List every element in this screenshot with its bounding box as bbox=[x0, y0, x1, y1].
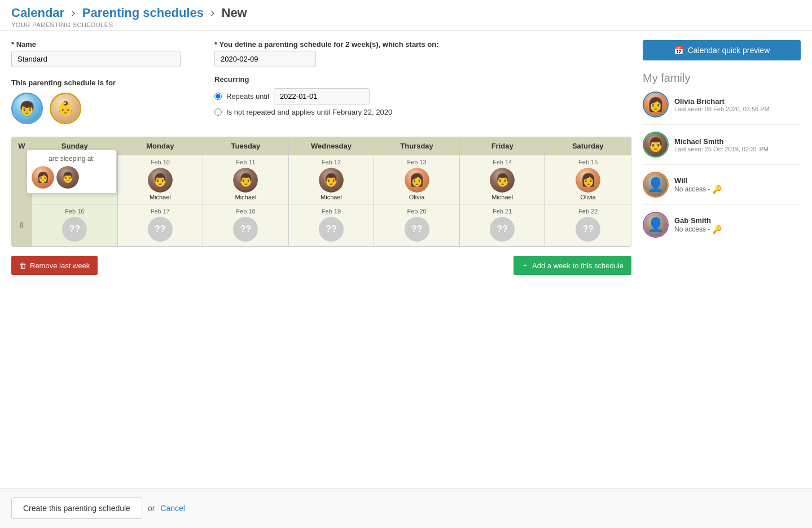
cal-avatar-sat-w2: ?? bbox=[576, 217, 600, 242]
breadcrumb-bar: Calendar › Parenting schedules › New YOU… bbox=[0, 0, 812, 31]
michael-name: Michael Smith bbox=[674, 137, 769, 146]
cal-cell-sat-w1[interactable]: Feb 15 👩 Olivia bbox=[545, 155, 631, 204]
family-member-michael: 👨 Michael Smith Last seen: 25 Oct 2019, … bbox=[643, 132, 801, 165]
will-key-icon: 🔑 bbox=[712, 185, 722, 194]
cal-avatar-sat-w1: 👩 bbox=[576, 168, 600, 193]
cal-header-wednesday: Wednesday bbox=[289, 137, 375, 155]
tooltip-avatars: 👩 👨 bbox=[32, 166, 112, 189]
cal-date-mon-w1: Feb 10 bbox=[120, 159, 201, 165]
tooltip-box: are sleeping at: 👩 👨 bbox=[27, 150, 117, 194]
cal-cell-sun-w2[interactable]: Feb 16 ?? bbox=[32, 204, 118, 246]
repeats-until-date[interactable] bbox=[274, 88, 370, 104]
will-avatar: 👤 bbox=[643, 172, 669, 198]
child2-avatar[interactable]: 👶 bbox=[50, 93, 81, 124]
gab-no-access-text: No access - bbox=[674, 225, 710, 233]
repeats-until-row: Repeats until bbox=[214, 88, 631, 104]
gab-avatar: 👤 bbox=[643, 212, 669, 238]
cal-cell-thu-w1[interactable]: Feb 13 👩 Olivia bbox=[374, 155, 460, 204]
cal-date-mon-w2: Feb 17 bbox=[120, 208, 201, 215]
cal-date-wed-w1: Feb 12 bbox=[291, 159, 372, 165]
cal-cell-mon-w2[interactable]: Feb 17 ?? bbox=[118, 204, 204, 246]
cal-date-fri-w2: Feb 21 bbox=[462, 208, 543, 215]
calendar-preview-button[interactable]: 📅 Calendar quick preview bbox=[643, 40, 801, 60]
olivia-avatar: 👩 bbox=[643, 91, 669, 117]
will-name: Will bbox=[674, 176, 722, 185]
family-section: My family 👩 Olivia Brichart Last seen: 0… bbox=[643, 72, 801, 245]
cal-avatar-tue-w2: ?? bbox=[233, 217, 258, 242]
child1-avatar[interactable]: 👦 bbox=[11, 93, 43, 124]
cal-date-sat-w2: Feb 22 bbox=[547, 208, 629, 215]
sidebar: 📅 Calendar quick preview My family 👩 Oli… bbox=[643, 40, 801, 479]
name-field-group: * Name bbox=[11, 40, 192, 67]
for-label: This parenting schedule is for bbox=[11, 78, 192, 87]
breadcrumb-sep2: › bbox=[210, 6, 214, 20]
calendar-preview-label: Calendar quick preview bbox=[688, 46, 770, 55]
calendar-week1: are sleeping at: 👩 👨 bbox=[12, 155, 631, 204]
michael-avatar: 👨 bbox=[643, 132, 669, 158]
repeats-until-label: Repeats until bbox=[226, 92, 269, 101]
cal-cell-sun-w1[interactable]: are sleeping at: 👩 👨 bbox=[32, 155, 118, 204]
trash-icon: 🗑 bbox=[19, 261, 27, 270]
olivia-name: Olivia Brichart bbox=[674, 97, 770, 106]
start-date-input[interactable] bbox=[214, 51, 316, 67]
name-label: * Name bbox=[11, 40, 192, 49]
gab-no-access: No access - 🔑 bbox=[674, 225, 722, 234]
breadcrumb-parenting[interactable]: Parenting schedules bbox=[82, 6, 204, 20]
calendar-week2: 8 Feb 16 ?? Feb 17 ?? Feb 18 ?? bbox=[12, 204, 631, 246]
cal-cell-mon-w1[interactable]: Feb 10 👨 Michael bbox=[118, 155, 204, 204]
cal-cell-fri-w2[interactable]: Feb 21 ?? bbox=[460, 204, 546, 246]
plus-icon: ＋ bbox=[521, 260, 529, 270]
breadcrumb-calendar[interactable]: Calendar bbox=[11, 6, 64, 20]
cal-date-sat-w1: Feb 15 bbox=[547, 159, 629, 165]
cal-avatar-wed-w1: 👨 bbox=[319, 168, 344, 193]
will-info: Will No access - 🔑 bbox=[674, 176, 722, 194]
cal-avatar-mon-w2: ?? bbox=[148, 217, 173, 242]
schedule-date-group: * You define a parenting schedule for 2 … bbox=[214, 40, 631, 67]
cal-cell-sat-w2[interactable]: Feb 22 ?? bbox=[545, 204, 631, 246]
gab-info: Gab Smith No access - 🔑 bbox=[674, 216, 722, 234]
cal-avatar-fri-w2: ?? bbox=[490, 217, 515, 242]
cal-cell-fri-w1[interactable]: Feb 14 👨 Michael bbox=[460, 155, 546, 204]
name-input[interactable] bbox=[11, 51, 181, 67]
remove-last-week-button[interactable]: 🗑 Remove last week bbox=[11, 256, 98, 275]
cal-name-fri-w1: Michael bbox=[462, 194, 543, 200]
cancel-button[interactable]: Cancel bbox=[160, 504, 185, 513]
cal-avatar-fri-w1: 👨 bbox=[490, 168, 515, 193]
cal-cell-thu-w2[interactable]: Feb 20 ?? bbox=[374, 204, 460, 246]
family-title: My family bbox=[643, 72, 801, 85]
will-no-access-text: No access - bbox=[674, 185, 710, 193]
cal-name-thu-w1: Olivia bbox=[376, 194, 457, 200]
avatar-row: 👦 👶 bbox=[11, 93, 192, 124]
cal-cell-tue-w2[interactable]: Feb 18 ?? bbox=[203, 204, 289, 246]
will-no-access: No access - 🔑 bbox=[674, 185, 722, 194]
cal-cell-tue-w1[interactable]: Feb 11 👨 Michael bbox=[203, 155, 289, 204]
breadcrumb-new: New bbox=[222, 6, 247, 20]
action-row: 🗑 Remove last week ＋ Add a week to this … bbox=[11, 256, 631, 275]
cal-avatar-tue-w1: 👨 bbox=[233, 168, 258, 193]
olivia-last-seen: Last seen: 06 Feb 2020, 03:56 PM bbox=[674, 106, 770, 112]
cal-name-mon-w1: Michael bbox=[120, 194, 201, 200]
cal-date-tue-w1: Feb 11 bbox=[205, 159, 286, 165]
add-week-button[interactable]: ＋ Add a week to this schedule bbox=[513, 256, 631, 275]
not-repeated-radio[interactable] bbox=[214, 108, 222, 116]
family-member-olivia: 👩 Olivia Brichart Last seen: 06 Feb 2020… bbox=[643, 91, 801, 125]
tooltip-text: are sleeping at: bbox=[32, 155, 112, 163]
add-week-label: Add a week to this schedule bbox=[532, 261, 624, 270]
gab-key-icon: 🔑 bbox=[712, 225, 722, 234]
cal-cell-wed-w2[interactable]: Feb 19 ?? bbox=[289, 204, 375, 246]
week2-num: 8 bbox=[12, 204, 32, 246]
michael-last-seen: Last seen: 25 Oct 2019, 02:31 PM bbox=[674, 146, 769, 152]
cal-date-thu-w2: Feb 20 bbox=[376, 208, 457, 215]
family-member-will: 👤 Will No access - 🔑 bbox=[643, 172, 801, 205]
cal-cell-wed-w1[interactable]: Feb 12 👨 Michael bbox=[289, 155, 375, 204]
cal-header-friday: Friday bbox=[460, 137, 546, 155]
cal-avatar-wed-w2: ?? bbox=[319, 217, 344, 242]
cal-date-sun-w2: Feb 16 bbox=[34, 208, 115, 215]
cal-date-thu-w1: Feb 13 bbox=[376, 159, 457, 165]
cal-date-wed-w2: Feb 19 bbox=[291, 208, 372, 215]
cal-date-tue-w2: Feb 18 bbox=[205, 208, 286, 215]
create-schedule-button[interactable]: Create this parenting schedule bbox=[11, 498, 142, 519]
not-repeated-label: Is not repeated and applies until Februa… bbox=[226, 108, 392, 116]
repeats-until-radio[interactable] bbox=[214, 93, 222, 100]
cal-name-tue-w1: Michael bbox=[205, 194, 286, 200]
